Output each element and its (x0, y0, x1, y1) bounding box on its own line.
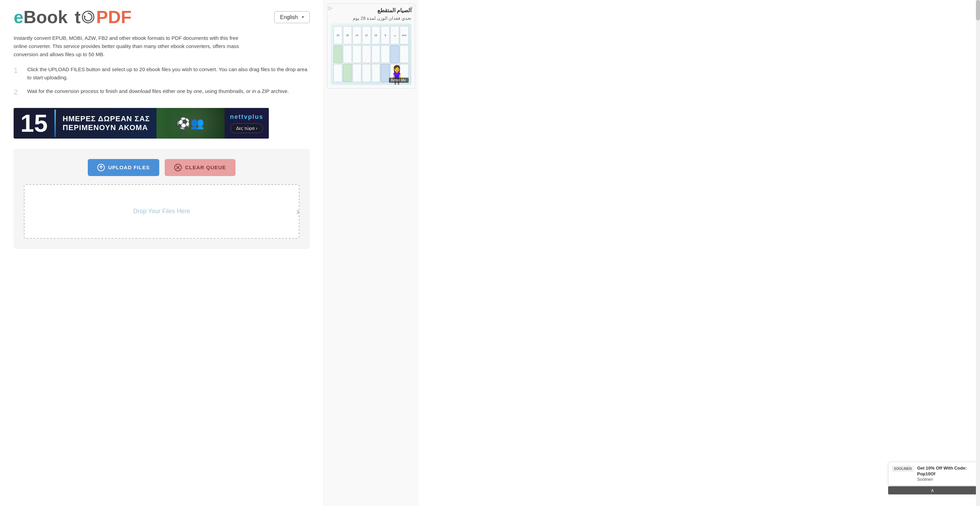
description-text: Instantly convert EPUB, MOBI, AZW, FB2 a… (14, 34, 252, 59)
sidebar-ad-info-icon: ▷ (329, 5, 332, 11)
logo-to: t (69, 7, 95, 27)
upload-buttons: UPLOAD FILES CLEAR QUEUE (21, 159, 303, 176)
step-text-1: Click the UPLOAD FILES button and select… (27, 65, 310, 82)
sidebar-promo[interactable]: SOOLINEN Get 10% Off With Code: Pop10Of … (888, 462, 977, 485)
sidebar-ad-close-button[interactable]: ✕ (409, 5, 414, 11)
ad-banner-cta[interactable]: Δες τώρα › (231, 123, 263, 133)
step-text-2: Wait for the conversion process to finis… (27, 87, 289, 95)
clear-icon (174, 164, 182, 171)
logo-ebook: eBook (14, 7, 68, 27)
ad-banner[interactable]: 15 ΗΜΕΡΕΣ ΔΩΡΕΑΝ ΣΑΣ ΠΕΡΙΜΕΝΟΥΝ ΑΚΟΜΑ ⚽👥… (14, 108, 269, 139)
right-sidebar: ▷ ✕ الصيام المتقطع تحدي فقدان الوزن لمدة… (323, 0, 418, 506)
clear-button-label: CLEAR QUEUE (185, 164, 226, 170)
soccer-players-icon: ⚽👥 (177, 117, 204, 130)
ad-banner-brand-name: nettvplus (230, 113, 263, 121)
carousel-right-arrow[interactable]: › (293, 203, 303, 220)
step-item-2: 2 Wait for the conversion process to fin… (14, 87, 310, 98)
promo-title: Get 10% Off With Code: Pop10Of (917, 466, 973, 477)
clear-queue-button[interactable]: CLEAR QUEUE (165, 159, 235, 176)
sidebar-ad-title: الصيام المتقطع (331, 7, 411, 14)
ad-banner-soccer-image: ⚽👥 (156, 108, 224, 139)
ad-banner-number: 15 (14, 111, 54, 136)
step-item-1: 1 Click the UPLOAD FILES button and sele… (14, 65, 310, 82)
drop-zone-wrapper: ‹ Drop Your Files Here › (21, 184, 303, 239)
logo: eBook t PDF (14, 7, 132, 27)
ad-banner-brand: nettvplus Δες τώρα › (224, 108, 269, 139)
ad-banner-text: ΗΜΕΡΕΣ ΔΩΡΕΑΝ ΣΑΣ ΠΕΡΙΜΕΝΟΥΝ ΑΚΟΜΑ (63, 115, 156, 132)
refresh-icon (82, 11, 95, 24)
ad-banner-separator (54, 110, 56, 137)
step-number-1: 1 (14, 65, 22, 76)
sidebar-ad-subtitle: تحدي فقدان الوزن لمدة 28 يوم (331, 16, 411, 21)
upload-files-button[interactable]: UPLOAD FILES (88, 159, 159, 176)
sidebar-ad-image[interactable]: صيام بند 8 10 12 14 16 18 (331, 24, 411, 85)
scrollbar-thumb[interactable] (976, 0, 980, 21)
upload-icon (97, 164, 105, 171)
sidebar-ad-brand-badge: Better Me. (389, 78, 409, 83)
header: eBook t PDF English Arabic French (14, 7, 310, 27)
promo-collapse-button[interactable]: ∧ (888, 486, 977, 495)
language-dropdown[interactable]: English Arabic French German Spanish (280, 14, 300, 20)
step-number-2: 2 (14, 87, 22, 98)
ad-banner-line2: ΠΕΡΙΜΕΝΟΥΝ ΑΚΟΜΑ (63, 123, 156, 132)
ad-banner-cta-text: Δες τώρα (236, 126, 255, 131)
promo-logo: SOOLINEN (892, 466, 914, 472)
steps-list: 1 Click the UPLOAD FILES button and sele… (14, 65, 310, 98)
chevron-right-icon: › (256, 126, 257, 131)
upload-section: UPLOAD FILES CLEAR QUEUE ‹ Drop Your Fil… (14, 149, 310, 249)
promo-subtitle: Soolinen (917, 477, 973, 482)
ad-banner-line1: ΗΜΕΡΕΣ ΔΩΡΕΑΝ ΣΑΣ (63, 115, 156, 123)
drop-zone-text: Drop Your Files Here (133, 208, 190, 215)
upload-button-label: UPLOAD FILES (108, 164, 150, 170)
scrollbar-track (976, 0, 980, 506)
drop-zone[interactable]: Drop Your Files Here (24, 184, 299, 239)
chevron-down-icon: ▾ (302, 14, 304, 19)
promo-text: Get 10% Off With Code: Pop10Of Soolinen (917, 466, 973, 482)
sidebar-ad-top: ▷ ✕ الصيام المتقطع تحدي فقدان الوزن لمدة… (327, 3, 415, 89)
logo-pdf: PDF (96, 7, 132, 27)
language-selector[interactable]: English Arabic French German Spanish ▾ (274, 11, 310, 23)
